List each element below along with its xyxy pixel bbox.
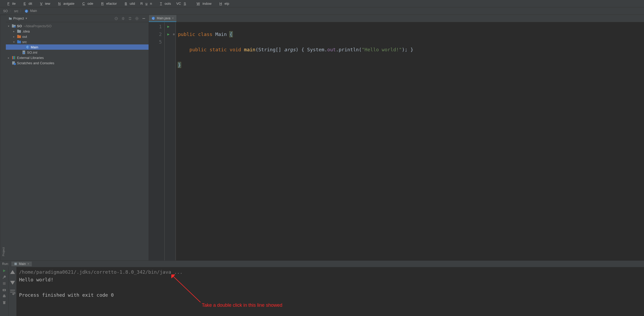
svg-rect-20 (23, 52, 25, 54)
down-icon[interactable] (9, 278, 16, 286)
tree-out[interactable]: ▸ out (6, 34, 149, 39)
run-toolbar (0, 267, 8, 316)
svg-rect-9 (12, 24, 14, 25)
editor-body[interactable]: 1 2 5 ▶ ▶ ⊞ public class Main { public s… (149, 22, 644, 260)
menu-navigate[interactable]: Navigate (53, 1, 77, 7)
svg-rect-29 (3, 282, 6, 285)
code-area[interactable]: public class Main { public static void m… (176, 22, 413, 260)
menu-run[interactable]: Run (138, 1, 155, 7)
annotation-text: Take a double click in this line showed (202, 301, 282, 309)
svg-rect-21 (12, 56, 13, 59)
line-number-gutter: 1 2 5 (149, 22, 165, 260)
soft-wrap-icon[interactable] (9, 288, 16, 296)
source-folder-icon (17, 40, 21, 44)
tool-tab-project[interactable]: Project (1, 15, 6, 259)
expand-all-icon[interactable] (121, 16, 125, 21)
pane-title-label: Project (13, 16, 24, 20)
tree-idea[interactable]: ▸ .idea (6, 29, 149, 34)
tree-scratches[interactable]: Scratches and Consoles (6, 60, 149, 66)
tree-main[interactable]: C Main (6, 44, 149, 50)
collapse-all-icon[interactable] (128, 16, 132, 21)
run-tab-main[interactable]: Main × (11, 262, 32, 266)
menu-edit[interactable]: Edit (18, 1, 35, 7)
output-folder-icon (17, 34, 21, 39)
breadcrumb-project[interactable]: SO (2, 9, 9, 13)
project-pane-header: Project ▼ (6, 15, 149, 22)
tool-tab-structure[interactable]: Structure (0, 15, 1, 259)
editor-area: C Main.java × 1 2 5 ▶ ▶ ⊞ public class M… (149, 15, 644, 260)
chevron-down-icon[interactable]: ▼ (25, 17, 28, 20)
menu-file[interactable]: File (2, 1, 18, 7)
rerun-icon[interactable] (2, 269, 6, 273)
trash-icon[interactable] (2, 300, 6, 305)
select-opened-icon[interactable] (114, 16, 118, 21)
run-panel: Run: Main × /home/paradigma0621/.jdks/co… (0, 260, 644, 316)
svg-text:C: C (26, 46, 28, 49)
module-folder-icon (12, 24, 16, 28)
project-tree: ▾ SO ~/IdeaProjects/SO ▸ .idea ▸ out ▾ s… (6, 22, 149, 67)
svg-rect-3 (9, 17, 10, 18)
menu-refactor[interactable]: Refactor (96, 1, 119, 7)
print-icon[interactable] (2, 294, 6, 298)
fold-icon[interactable]: ⊞ (172, 30, 176, 38)
breadcrumb-src[interactable]: src (13, 9, 19, 13)
library-icon (12, 56, 16, 60)
svg-text:C: C (153, 17, 154, 20)
tree-external-libraries[interactable]: ▸ External Libraries (6, 55, 149, 60)
menu-help[interactable]: Help (214, 1, 232, 7)
menu-vcs[interactable]: VCS (174, 1, 191, 7)
menu-tools[interactable]: Tools (155, 1, 174, 7)
run-config-icon (14, 262, 17, 265)
console-output[interactable]: /home/paradigma0621/.jdks/corretto-1.8.0… (16, 267, 644, 316)
svg-rect-13 (17, 35, 21, 38)
class-icon: C (25, 45, 30, 49)
menu-build[interactable]: Build (119, 1, 138, 7)
main-menu: File Edit View Navigate Code Refactor Bu… (0, 0, 644, 7)
svg-rect-2 (9, 18, 12, 20)
gear-icon[interactable] (135, 16, 139, 21)
svg-rect-15 (17, 41, 21, 43)
menu-window[interactable]: Window (191, 1, 214, 7)
menu-code[interactable]: Code (77, 1, 96, 7)
fold-gutter: ⊞ (172, 22, 176, 260)
svg-point-31 (4, 290, 5, 291)
run-label: Run: (2, 262, 9, 266)
svg-point-6 (136, 18, 138, 19)
editor-tab-label: Main.java (157, 16, 170, 20)
wrench-icon[interactable] (2, 275, 6, 279)
run-panel-tabs: Run: Main × (0, 261, 644, 267)
editor-tab-main[interactable]: C Main.java × (149, 15, 176, 22)
camera-icon[interactable] (2, 288, 6, 292)
svg-text:C: C (26, 10, 27, 12)
close-icon[interactable]: × (172, 16, 174, 20)
tree-root-path: ~/IdeaProjects/SO (24, 24, 52, 28)
run-class-icon[interactable]: ▶ (165, 23, 172, 30)
svg-rect-32 (3, 296, 6, 297)
console-cmd-line[interactable]: /home/paradigma0621/.jdks/corretto-1.8.0… (19, 268, 641, 276)
svg-rect-28 (15, 263, 17, 265)
svg-rect-11 (17, 30, 21, 33)
svg-rect-10 (14, 26, 16, 28)
left-tool-strip: Project Structure (0, 15, 6, 260)
up-icon[interactable] (9, 269, 16, 276)
svg-rect-16 (17, 40, 19, 41)
tree-iml[interactable]: SO.iml (6, 50, 149, 55)
svg-point-25 (14, 63, 16, 65)
breadcrumb-file[interactable]: C Main (24, 9, 38, 13)
iml-file-icon (22, 50, 26, 54)
tree-src[interactable]: ▾ src (6, 39, 149, 44)
svg-point-5 (116, 18, 117, 19)
menu-view[interactable]: View (35, 1, 53, 7)
close-icon[interactable]: × (27, 262, 29, 266)
svg-rect-23 (14, 56, 15, 59)
run-line-gutter: ▶ ▶ (165, 22, 172, 260)
project-pane: Project ▼ ▾ SO ~/IdeaProjects/SO ▸ .i (6, 15, 149, 260)
hide-icon[interactable] (142, 16, 146, 21)
run-main-icon[interactable]: ▶ (165, 30, 172, 38)
scratches-icon (12, 61, 16, 65)
class-icon: C (25, 9, 28, 13)
stop-icon[interactable] (2, 281, 6, 286)
tree-root[interactable]: ▾ SO ~/IdeaProjects/SO (6, 23, 149, 29)
svg-rect-7 (142, 18, 145, 19)
svg-rect-33 (3, 295, 5, 296)
